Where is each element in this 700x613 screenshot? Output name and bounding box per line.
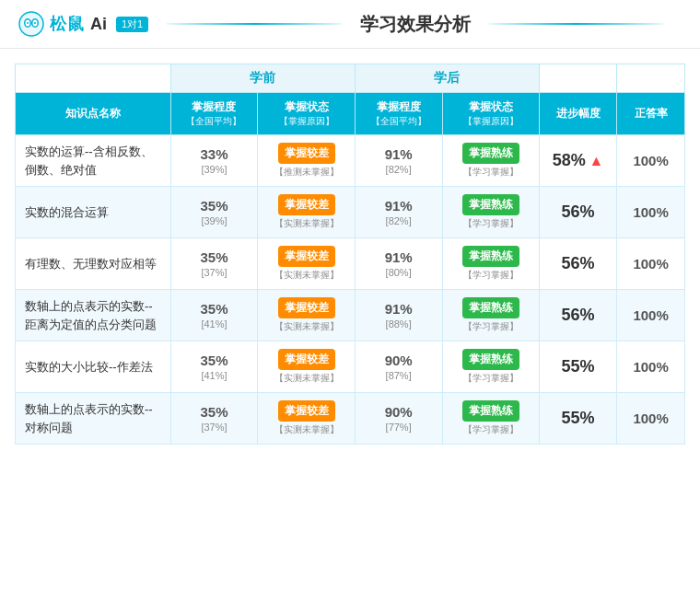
after-pct: 91% xyxy=(359,146,438,162)
correct-group-header xyxy=(617,64,685,93)
table-container: 学前 学后 知识点名称 掌握程度 【全国平均】 掌握状态 【掌握原因】 掌握程度 xyxy=(0,49,700,459)
after-status-cell: 掌握熟练 【学习掌握】 xyxy=(442,187,539,238)
up-arrow-icon: ▲ xyxy=(589,153,603,168)
logo-icon xyxy=(18,11,44,37)
before-pct: 35% xyxy=(175,404,254,420)
progress-value: 56% xyxy=(562,202,595,221)
progress-value: 58% xyxy=(553,151,586,169)
after-status-cell: 掌握熟练 【学习掌握】 xyxy=(442,290,539,341)
after-badge: 掌握熟练 xyxy=(462,297,519,318)
after-reason: 【学习掌握】 xyxy=(447,423,535,436)
after-level-sub-header: 掌握程度 【全国平均】 xyxy=(355,93,442,135)
correct-rate-value: 100% xyxy=(633,256,668,272)
svg-point-6 xyxy=(34,22,36,24)
progress-value: 56% xyxy=(562,306,595,324)
before-reason: 【实测未掌握】 xyxy=(262,217,350,230)
progress-value: 55% xyxy=(562,409,595,427)
before-avg: [39%] xyxy=(175,164,254,175)
before-status-cell: 掌握较差 【推测未掌握】 xyxy=(258,135,355,187)
before-badge: 掌握较差 xyxy=(278,400,335,422)
before-avg: [41%] xyxy=(175,318,254,330)
before-pct: 35% xyxy=(175,198,254,214)
before-level-cell: 35% [37%] xyxy=(170,238,258,290)
progress-group-header xyxy=(539,64,616,93)
results-table: 学前 学后 知识点名称 掌握程度 【全国平均】 掌握状态 【掌握原因】 掌握程度 xyxy=(15,64,685,445)
progress-cell: 56% xyxy=(539,187,616,238)
before-avg: [41%] xyxy=(175,370,254,381)
table-body: 实数的运算--含相反数、倒数、绝对值 33% [39%] 掌握较差 【推测未掌握… xyxy=(16,135,685,445)
after-badge: 掌握熟练 xyxy=(462,143,519,164)
logo-text: 松鼠 xyxy=(50,13,85,35)
after-pct: 91% xyxy=(359,249,438,265)
correct-cell: 100% xyxy=(617,187,685,238)
header-divider-left xyxy=(167,23,341,25)
knowledge-name: 数轴上的点表示的实数--距离为定值的点分类问题 xyxy=(16,290,171,341)
after-level-cell: 91% [88%] xyxy=(355,290,442,341)
after-status-sub-header: 掌握状态 【掌握原因】 xyxy=(442,93,539,135)
after-badge: 掌握熟练 xyxy=(462,349,519,370)
correct-cell: 100% xyxy=(617,290,685,341)
before-badge: 掌握较差 xyxy=(278,143,335,164)
before-group-header: 学前 xyxy=(170,64,355,93)
before-badge: 掌握较差 xyxy=(278,194,335,215)
before-reason: 【实测未掌握】 xyxy=(262,372,350,385)
after-level-cell: 91% [80%] xyxy=(355,238,442,290)
after-level-cell: 91% [82%] xyxy=(355,187,442,238)
table-row: 有理数、无理数对应相等 35% [37%] 掌握较差 【实测未掌握】 91% [… xyxy=(16,238,685,290)
after-pct: 90% xyxy=(359,353,438,368)
after-pct: 90% xyxy=(359,404,438,420)
table-row: 实数的混合运算 35% [39%] 掌握较差 【实测未掌握】 91% [82%]… xyxy=(16,187,685,238)
sub-header-row: 知识点名称 掌握程度 【全国平均】 掌握状态 【掌握原因】 掌握程度 【全国平均… xyxy=(16,93,685,135)
table-row: 数轴上的点表示的实数--距离为定值的点分类问题 35% [41%] 掌握较差 【… xyxy=(16,290,685,341)
progress-cell: 56% xyxy=(539,238,616,290)
before-pct: 35% xyxy=(175,301,254,317)
after-avg: [77%] xyxy=(359,422,438,433)
page-title: 学习效果分析 xyxy=(360,12,471,37)
correct-cell: 100% xyxy=(617,238,685,290)
correct-rate-value: 100% xyxy=(633,307,668,323)
before-level-cell: 35% [41%] xyxy=(170,341,258,393)
before-reason: 【实测未掌握】 xyxy=(262,423,350,436)
before-level-sub-header: 掌握程度 【全国平均】 xyxy=(170,93,258,135)
after-reason: 【学习掌握】 xyxy=(447,217,535,230)
before-pct: 35% xyxy=(175,353,254,368)
before-status-cell: 掌握较差 【实测未掌握】 xyxy=(258,290,355,341)
before-badge: 掌握较差 xyxy=(278,246,335,267)
after-status-cell: 掌握熟练 【学习掌握】 xyxy=(442,341,539,393)
after-group-header: 学后 xyxy=(355,64,539,93)
knowledge-name: 有理数、无理数对应相等 xyxy=(16,238,171,290)
before-avg: [39%] xyxy=(175,215,254,226)
after-status-cell: 掌握熟练 【学习掌握】 xyxy=(442,238,539,290)
progress-value: 55% xyxy=(562,357,595,376)
before-status-cell: 掌握较差 【实测未掌握】 xyxy=(258,238,355,290)
before-reason: 【实测未掌握】 xyxy=(262,320,350,333)
progress-value: 56% xyxy=(562,254,595,272)
table-row: 实数的大小比较--作差法 35% [41%] 掌握较差 【实测未掌握】 90% … xyxy=(16,341,685,393)
knowledge-name: 数轴上的点表示的实数--对称问题 xyxy=(16,393,171,445)
correct-rate-value: 100% xyxy=(633,153,668,168)
after-badge: 掌握熟练 xyxy=(462,246,519,267)
correct-cell: 100% xyxy=(617,393,685,445)
after-reason: 【学习掌握】 xyxy=(447,320,535,333)
after-level-cell: 90% [77%] xyxy=(355,393,442,445)
group-header-row: 学前 学后 xyxy=(16,64,685,93)
correct-rate-value: 100% xyxy=(633,411,668,426)
after-avg: [80%] xyxy=(359,267,438,278)
logo-ai: Ai xyxy=(90,15,107,34)
before-status-cell: 掌握较差 【实测未掌握】 xyxy=(258,341,355,393)
after-reason: 【学习掌握】 xyxy=(447,166,535,179)
after-reason: 【学习掌握】 xyxy=(447,372,535,385)
knowledge-name: 实数的运算--含相反数、倒数、绝对值 xyxy=(16,135,171,187)
before-level-cell: 35% [41%] xyxy=(170,290,258,341)
after-avg: [88%] xyxy=(359,318,438,330)
table-row: 数轴上的点表示的实数--对称问题 35% [37%] 掌握较差 【实测未掌握】 … xyxy=(16,393,685,445)
after-status-cell: 掌握熟练 【学习掌握】 xyxy=(442,135,539,187)
before-level-cell: 33% [39%] xyxy=(170,135,258,187)
after-avg: [82%] xyxy=(359,215,438,226)
after-pct: 91% xyxy=(359,198,438,214)
progress-cell: 58% ▲ xyxy=(539,135,616,187)
after-avg: [82%] xyxy=(359,164,438,175)
progress-sub-header: 进步幅度 xyxy=(539,93,616,135)
table-row: 实数的运算--含相反数、倒数、绝对值 33% [39%] 掌握较差 【推测未掌握… xyxy=(16,135,685,187)
empty-header xyxy=(16,64,171,93)
